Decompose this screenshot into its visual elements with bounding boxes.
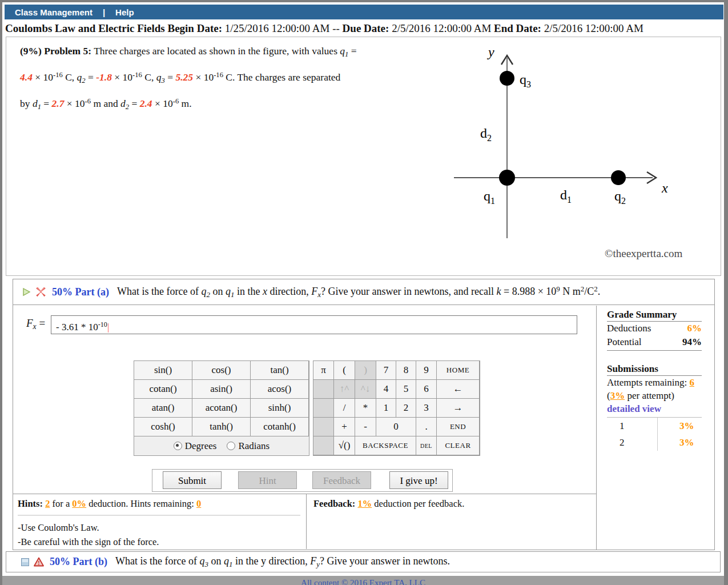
distance-d2-label: d2 bbox=[480, 126, 492, 143]
charges-figure: y x q3 d2 q1 d1 q2 bbox=[446, 43, 686, 271]
key-*[interactable]: * bbox=[355, 399, 376, 418]
hints-feedback-region: Hints: 2 for a 0% deduction. Hints remai… bbox=[13, 494, 596, 549]
submission-number: 1 bbox=[607, 420, 657, 432]
detailed-view-link[interactable]: detailed view bbox=[607, 402, 702, 415]
key-2[interactable]: 2 bbox=[396, 399, 416, 418]
key-→[interactable]: → bbox=[437, 399, 480, 418]
key-3[interactable]: 3 bbox=[416, 399, 437, 418]
answer-variable-label: Fx = bbox=[26, 317, 45, 331]
hints-divider bbox=[18, 515, 300, 516]
charge-q2-dot bbox=[611, 170, 626, 185]
key-1[interactable]: 1 bbox=[376, 399, 396, 418]
actions-box: Submit Hint Feedback I give up! bbox=[152, 469, 453, 492]
key-HOME[interactable]: HOME bbox=[437, 361, 480, 380]
problem-statement: (9%) Problem 5: Three charges are locate… bbox=[20, 41, 433, 117]
key-blank bbox=[313, 399, 334, 418]
part-a-section: 50% Part (a) What is the force of q2 on … bbox=[13, 279, 715, 550]
problem-line-1: (9%) Problem 5: Three charges are locate… bbox=[20, 41, 433, 65]
radio-icon[interactable] bbox=[227, 442, 235, 450]
warning-icon: ! bbox=[34, 557, 44, 567]
charge-q2-label: q2 bbox=[614, 189, 626, 206]
problem-line-2: 4.4 × 10-16 C, q2 = -1.8 × 10-16 C, q3 =… bbox=[20, 65, 433, 91]
attempts-remaining: Attempts remaining: 6 bbox=[607, 376, 702, 389]
key-cotan[interactable]: cotan() bbox=[134, 380, 192, 399]
function-keypad: sin()cos()tan()cotan()asin()acos()atan()… bbox=[134, 360, 309, 456]
feedback-summary: Feedback: 1% deduction per feedback. bbox=[313, 498, 596, 510]
assignment-header: Coulombs Law and Electric Fields Begin D… bbox=[5, 21, 720, 36]
key-CLEAR[interactable]: CLEAR bbox=[437, 436, 480, 455]
key-asin[interactable]: asin() bbox=[192, 380, 251, 399]
deductions-value: 6% bbox=[687, 322, 702, 335]
key-cotanh[interactable]: cotanh() bbox=[251, 418, 309, 436]
key-END[interactable]: END bbox=[437, 418, 480, 436]
feedback-panel: Feedback: 1% deduction per feedback. bbox=[306, 494, 596, 549]
menu-class-management[interactable]: Class Management bbox=[15, 7, 92, 17]
key-tan[interactable]: tan() bbox=[251, 361, 309, 380]
key-BACKSPACE[interactable]: BACKSPACE bbox=[355, 436, 416, 455]
potential-label: Potential bbox=[607, 335, 641, 349]
key-): ) bbox=[355, 361, 376, 380]
problem-line-3: by d1 = 2.7 × 10-6 m and d2 = 2.4 × 10-6… bbox=[20, 91, 433, 117]
key-DEL[interactable]: DEL bbox=[416, 436, 437, 455]
radio-icon[interactable] bbox=[174, 442, 182, 450]
submission-deduction: 3% bbox=[657, 434, 702, 451]
key-blank bbox=[313, 436, 334, 455]
key-+[interactable]: + bbox=[334, 418, 355, 436]
grade-summary-panel: Grade Summary Deductions 6% Potential 94… bbox=[596, 306, 714, 550]
key-7[interactable]: 7 bbox=[376, 361, 396, 380]
part-a-header: 50% Part (a) What is the force of q2 on … bbox=[13, 279, 714, 305]
key-8[interactable]: 8 bbox=[396, 361, 416, 380]
key-6[interactable]: 6 bbox=[416, 380, 437, 399]
part-a-label: 50% Part (a) bbox=[52, 286, 109, 298]
key-0[interactable]: 0 bbox=[376, 418, 416, 436]
charge-q3-label: q3 bbox=[520, 72, 531, 89]
key-cos[interactable]: cos() bbox=[192, 361, 251, 380]
key-sinh[interactable]: sinh() bbox=[251, 399, 309, 418]
key-π[interactable]: π bbox=[313, 361, 334, 380]
give-up-button[interactable]: I give up! bbox=[389, 471, 448, 489]
expert-ta-page: Class Management | Help Coulombs Law and… bbox=[0, 0, 728, 585]
key-atan[interactable]: atan() bbox=[134, 399, 192, 418]
key-sin[interactable]: sin() bbox=[134, 361, 192, 380]
expand-part-a-icon[interactable] bbox=[22, 287, 31, 296]
angle-mode-degrees[interactable]: Degrees bbox=[174, 440, 217, 452]
part-a-question: What is the force of q2 on q1 in the x d… bbox=[117, 285, 600, 299]
text-caret: | bbox=[107, 322, 109, 332]
potential-row: Potential 94% bbox=[607, 335, 702, 349]
key-^↓: ^↓ bbox=[355, 380, 376, 399]
hint-item-1: -Use Coulomb's Law. bbox=[18, 520, 300, 535]
key-acotan[interactable]: acotan() bbox=[192, 399, 251, 418]
key-4[interactable]: 4 bbox=[376, 380, 396, 399]
submission-deduction: 3% bbox=[657, 418, 702, 434]
key-9[interactable]: 9 bbox=[416, 361, 437, 380]
key-tanh[interactable]: tanh() bbox=[192, 418, 251, 436]
submissions-table: 13%23% bbox=[607, 417, 702, 451]
problem-box: (9%) Problem 5: Three charges are locate… bbox=[6, 37, 721, 276]
key-([interactable]: ( bbox=[334, 361, 355, 380]
incorrect-attempt-icon bbox=[35, 286, 46, 298]
menu-help[interactable]: Help bbox=[115, 7, 134, 17]
key-/[interactable]: / bbox=[334, 399, 355, 418]
key-←[interactable]: ← bbox=[437, 380, 480, 399]
y-axis-label: y bbox=[487, 45, 494, 59]
key-5[interactable]: 5 bbox=[396, 380, 416, 399]
footer-band: All content © 2016 Expert TA, LLC bbox=[2, 576, 724, 585]
grade-summary-title: Grade Summary bbox=[607, 309, 702, 322]
submit-button[interactable]: Submit bbox=[163, 471, 222, 489]
key-acos[interactable]: acos() bbox=[251, 380, 309, 399]
hint-item-2: -Be careful with the sign of the force. bbox=[18, 535, 300, 549]
collapsed-part-b-icon[interactable] bbox=[21, 558, 29, 566]
charge-q1-dot bbox=[499, 170, 515, 186]
answer-input[interactable]: - 3.61 * 10-10| bbox=[51, 315, 577, 334]
key-.[interactable]: . bbox=[416, 418, 437, 436]
angle-mode-radians[interactable]: Radians bbox=[227, 440, 270, 452]
key-blank bbox=[313, 380, 334, 399]
key-√()[interactable]: √() bbox=[334, 436, 355, 455]
submission-row: 23% bbox=[607, 434, 702, 451]
submission-number: 2 bbox=[607, 437, 657, 448]
key--[interactable]: - bbox=[355, 418, 376, 436]
key-cosh[interactable]: cosh() bbox=[134, 418, 192, 436]
part-b-label: 50% Part (b) bbox=[50, 556, 107, 568]
deductions-row: Deductions 6% bbox=[607, 322, 702, 335]
per-attempt-deduction: (3% per attempt) bbox=[607, 389, 702, 402]
